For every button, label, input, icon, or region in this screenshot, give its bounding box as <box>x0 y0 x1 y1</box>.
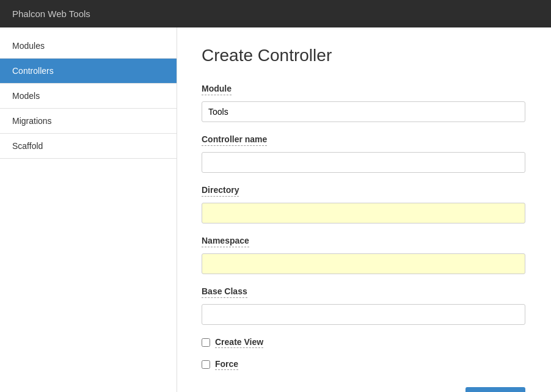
create-view-group: Create View <box>202 337 525 348</box>
directory-group: Directory <box>202 185 525 223</box>
namespace-label: Namespace <box>202 236 249 247</box>
base-class-label: Base Class <box>202 286 247 298</box>
force-checkbox[interactable] <box>202 360 210 369</box>
page-title: Create Controller <box>202 46 527 65</box>
base-class-group: Base Class <box>202 286 525 325</box>
module-input[interactable] <box>202 101 525 122</box>
sidebar-item-scaffold[interactable]: Scaffold <box>0 134 177 159</box>
force-group: Force <box>202 359 525 370</box>
main-content: Create Controller Module Controller name… <box>177 27 551 392</box>
controller-name-group: Controller name <box>202 134 525 173</box>
module-group: Module <box>202 84 525 122</box>
form-actions: Generate <box>202 381 525 392</box>
create-view-checkbox[interactable] <box>202 338 210 347</box>
create-controller-form: Module Controller name Directory Namespa… <box>202 84 525 392</box>
controller-name-input[interactable] <box>202 152 525 173</box>
generate-button[interactable]: Generate <box>465 387 525 392</box>
module-label: Module <box>202 84 232 95</box>
base-class-input[interactable] <box>202 304 525 325</box>
sidebar-item-modules[interactable]: Modules <box>0 34 177 59</box>
namespace-input[interactable] <box>202 253 525 274</box>
sidebar: Modules Controllers Models Migrations Sc… <box>0 27 177 392</box>
app-title: Phalcon Web Tools <box>12 9 90 19</box>
directory-input[interactable] <box>202 203 525 223</box>
sidebar-item-controllers[interactable]: Controllers <box>0 59 177 84</box>
sidebar-item-migrations[interactable]: Migrations <box>0 109 177 134</box>
namespace-group: Namespace <box>202 236 525 274</box>
main-layout: Modules Controllers Models Migrations Sc… <box>0 27 551 392</box>
app-header: Phalcon Web Tools <box>0 0 551 27</box>
directory-label: Directory <box>202 185 239 197</box>
create-view-label: Create View <box>215 337 263 348</box>
force-label: Force <box>215 359 238 370</box>
controller-name-label: Controller name <box>202 134 267 146</box>
sidebar-item-models[interactable]: Models <box>0 84 177 109</box>
